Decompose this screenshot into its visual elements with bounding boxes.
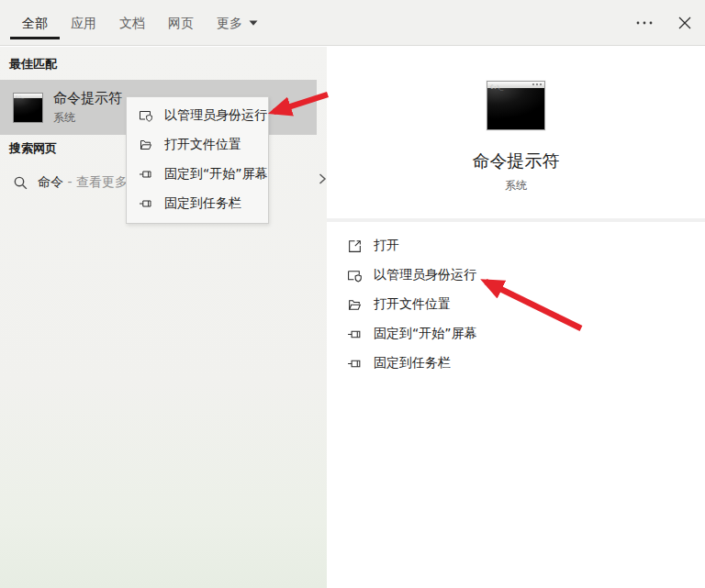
separator [327,218,705,222]
result-subtitle: 系统 [53,110,122,126]
best-match-header: 最佳匹配 [9,56,57,72]
suggestion-query: 命令 [38,174,63,189]
search-web-header: 搜索网页 [9,140,57,157]
action-open[interactable]: 打开 [347,231,696,261]
menu-item-run-as-admin[interactable]: 以管理员身份运行 [127,101,268,130]
menu-item-pin-to-taskbar[interactable]: 固定到任务栏 [127,189,268,218]
action-run-as-admin[interactable]: 以管理员身份运行 [347,261,696,290]
app-actions-list: 打开 以管理员身份运行 打开文件位置 固定到“开始”屏幕 固定到任务栏 [347,231,696,378]
close-icon [677,16,692,30]
header-actions [632,0,698,46]
search-filter-header: 全部 应用 文档 网页 更多 [0,0,705,46]
ellipsis-icon [635,20,654,26]
close-button[interactable] [672,8,698,38]
pin-icon [347,356,363,372]
app-detail-panel: C:\_ 命令提示符 系统 打开 以管理员身份运行 打开文件位置 固定到“开始”… [327,47,705,588]
action-open-file-location[interactable]: 打开文件位置 [347,290,696,319]
run-as-admin-icon [139,108,153,123]
file-location-icon [347,297,363,313]
result-title: 命令提示符 [53,90,122,107]
command-prompt-icon: C:\_ [13,93,43,123]
action-pin-to-taskbar[interactable]: 固定到任务栏 [347,349,696,378]
file-location-icon [139,138,153,152]
tab-web[interactable]: 网页 [168,0,194,46]
command-prompt-icon: C:\_ [487,81,545,130]
suggestion-suffix: - 查看更多 [67,174,128,189]
menu-item-open-file-location[interactable]: 打开文件位置 [127,130,268,160]
pin-icon [347,327,363,342]
windows-search-panel: 全部 应用 文档 网页 更多 最佳匹配 C:\_ [0,0,705,588]
tab-apps[interactable]: 应用 [71,0,96,46]
context-menu: 以管理员身份运行 打开文件位置 固定到“开始”屏幕 固定到任务栏 [126,96,269,224]
window-controls-decoration [532,83,543,85]
action-pin-to-start[interactable]: 固定到“开始”屏幕 [347,319,696,349]
run-as-admin-icon [347,268,363,283]
open-icon [347,239,363,254]
filter-tabs: 全部 应用 文档 网页 更多 [22,0,258,46]
tab-more[interactable]: 更多 [217,0,258,46]
search-icon [13,175,28,191]
pin-icon [139,167,153,182]
app-title: 命令提示符 [327,150,705,173]
tab-documents[interactable]: 文档 [119,0,145,46]
more-options-button[interactable] [632,8,657,38]
menu-item-pin-to-start[interactable]: 固定到“开始”屏幕 [127,160,268,189]
chevron-down-icon [249,20,258,26]
pin-icon [139,196,153,211]
app-subtitle: 系统 [327,178,705,194]
tab-all[interactable]: 全部 [22,0,48,46]
